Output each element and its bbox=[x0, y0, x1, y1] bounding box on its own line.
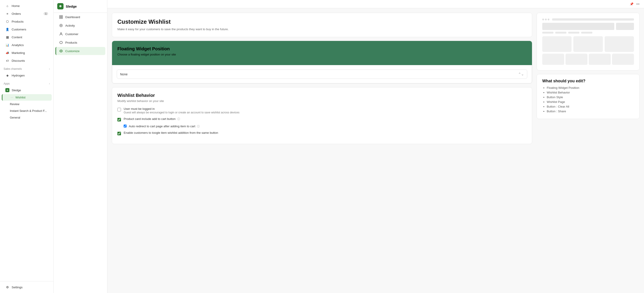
sidebar-bottom: ⚙ Settings bbox=[0, 281, 54, 293]
preview-mockup bbox=[540, 16, 636, 67]
sidebar-item-products-label: Products bbox=[12, 20, 24, 23]
edit-item-wishlist-page: Wishlist Page bbox=[547, 100, 634, 104]
sales-channels-section[interactable]: Sales channels › bbox=[0, 65, 54, 71]
pin-button[interactable]: 📌 bbox=[630, 2, 634, 6]
enable-toggle-label[interactable]: Enable customers to toogle item wishlist… bbox=[124, 131, 218, 134]
sidebar-item-hydrogen[interactable]: ◈ Hydrogen bbox=[2, 72, 52, 79]
app-sidebar-item-dashboard[interactable]: Dashboard bbox=[56, 13, 105, 21]
info-icon-2[interactable]: ⓘ bbox=[197, 125, 200, 128]
sidebar-item-marketing[interactable]: 📣 Marketing bbox=[2, 49, 52, 56]
sidebar-general-label: General bbox=[10, 116, 20, 119]
sidebar-item-content-label: Content bbox=[12, 36, 22, 39]
floating-widget-card: Floating Widget Position Choose a floati… bbox=[112, 41, 532, 84]
sidebar-nav: ⌂ Home ≡ Orders 1 ⬡ Products 👤 Customers… bbox=[0, 0, 54, 281]
app-sidebar-item-activity[interactable]: Activity bbox=[56, 22, 105, 30]
app-sidebar-item-customer[interactable]: Customer bbox=[56, 30, 105, 38]
auto-redirect-checkbox[interactable] bbox=[124, 124, 126, 128]
products-icon: ⬡ bbox=[5, 20, 10, 24]
edit-item-share: Button : Share bbox=[547, 110, 634, 113]
svg-rect-1 bbox=[61, 16, 62, 17]
home-icon: ⌂ bbox=[5, 4, 10, 8]
info-icon-1[interactable]: ⓘ bbox=[177, 118, 180, 120]
user-login-label-text: User must be logged in bbox=[124, 107, 240, 110]
what-to-edit-list: Floating Widget Position Wishlist Behavi… bbox=[542, 86, 634, 113]
customers-icon: 👤 bbox=[5, 27, 10, 31]
dashboard-icon bbox=[59, 15, 63, 19]
app-sidebar-item-customize[interactable]: Customize bbox=[56, 47, 105, 55]
sidebar-item-sledge-app[interactable]: ❄ Sledge bbox=[2, 86, 52, 94]
checkbox-user-login-row: User must be logged in Guest will always… bbox=[118, 107, 526, 114]
sidebar-item-home[interactable]: ⌂ Home bbox=[2, 2, 52, 10]
behavior-card-content: Wishlist Behavior Modify wishlist behavi… bbox=[112, 88, 532, 144]
sidebar-item-orders[interactable]: ≡ Orders 1 bbox=[2, 10, 52, 18]
orders-badge: 1 bbox=[44, 12, 48, 15]
sidebar-review-label: Review bbox=[10, 102, 20, 106]
user-login-label[interactable]: User must be logged in Guest will always… bbox=[124, 107, 240, 114]
sidebar-item-customers[interactable]: 👤 Customers bbox=[2, 26, 52, 33]
main-body: Customize Wishlist Make it easy for your… bbox=[107, 8, 644, 148]
hydrogen-icon: ◈ bbox=[5, 73, 10, 78]
product-cart-label[interactable]: Product card include add to cart button … bbox=[124, 117, 180, 121]
wishlist-behavior-card: Wishlist Behavior Modify wishlist behavi… bbox=[112, 87, 532, 144]
what-to-edit-title: What should you edit? bbox=[542, 79, 634, 84]
what-to-edit-card: What should you edit? Floating Widget Po… bbox=[537, 74, 640, 119]
auto-redirect-label[interactable]: Auto redirect to cart page after adding … bbox=[129, 124, 200, 128]
header-right: 📌 ••• bbox=[630, 2, 640, 6]
app-sidebar-item-products[interactable]: Products bbox=[56, 38, 105, 46]
edit-item-clear-all: Button : Clear All bbox=[547, 105, 634, 108]
svg-point-4 bbox=[60, 24, 62, 27]
app-name-label: Sledge bbox=[66, 4, 77, 8]
hero-desc: Make it easy for your customers to save … bbox=[118, 27, 526, 32]
edit-item-floating: Floating Widget Position bbox=[547, 86, 634, 90]
sidebar-wishlist-label: Wishlist bbox=[16, 96, 26, 99]
sidebar-item-products[interactable]: ⬡ Products bbox=[2, 18, 52, 25]
sidebar-item-instant-search[interactable]: Instant Search & Product F... bbox=[2, 108, 52, 114]
sidebar-item-home-label: Home bbox=[12, 4, 20, 8]
edit-item-button-style: Button Style bbox=[547, 96, 634, 99]
right-column: What should you edit? Floating Widget Po… bbox=[537, 13, 640, 144]
activity-label: Activity bbox=[65, 24, 75, 27]
sidebar-sledge-label: Sledge bbox=[12, 88, 21, 92]
customize-label: Customize bbox=[65, 50, 80, 53]
sub-checkbox-auto-redirect-row: Auto redirect to cart page after adding … bbox=[124, 124, 526, 128]
user-login-checkbox[interactable] bbox=[118, 108, 121, 112]
checkbox-toggle-row: Enable customers to toogle item wishlist… bbox=[118, 131, 526, 135]
orders-icon: ≡ bbox=[5, 12, 10, 16]
edit-item-behavior: Wishlist Behavior bbox=[547, 91, 634, 94]
floating-position-select-wrapper[interactable]: None Bottom Left Bottom Right Top Left T… bbox=[117, 70, 527, 79]
customize-icon bbox=[59, 49, 63, 53]
floating-position-select[interactable]: None Bottom Left Bottom Right Top Left T… bbox=[120, 72, 518, 76]
discounts-icon: 🏷 bbox=[5, 58, 10, 63]
more-button[interactable]: ••• bbox=[636, 2, 640, 6]
sidebar-item-review[interactable]: Review bbox=[2, 101, 52, 107]
sidebar-item-analytics[interactable]: 📊 Analytics bbox=[2, 41, 52, 49]
settings-icon: ⚙ bbox=[5, 285, 10, 289]
apps-section[interactable]: Apps › bbox=[0, 80, 54, 86]
sidebar-item-wishlist[interactable]: Wishlist bbox=[2, 94, 52, 101]
product-cart-checkbox[interactable] bbox=[118, 118, 121, 122]
sidebar-item-discounts[interactable]: 🏷 Discounts bbox=[2, 57, 52, 64]
marketing-icon: 📣 bbox=[5, 51, 10, 55]
sidebar-item-general[interactable]: General bbox=[2, 114, 52, 121]
sales-channels-chevron: › bbox=[49, 67, 50, 70]
hero-title: Customize Wishlist bbox=[118, 18, 526, 25]
sledge-logo-icon: ❄ bbox=[57, 3, 64, 10]
svg-rect-0 bbox=[60, 16, 61, 17]
sidebar-item-settings[interactable]: ⚙ Settings bbox=[2, 284, 52, 291]
enable-toggle-label-text: Enable customers to toogle item wishlist… bbox=[124, 131, 218, 134]
svg-point-6 bbox=[60, 33, 62, 34]
enable-toggle-checkbox[interactable] bbox=[118, 132, 121, 135]
svg-rect-2 bbox=[60, 17, 61, 18]
apps-chevron: › bbox=[49, 82, 50, 85]
user-login-desc: Guest will always be encouraged to login… bbox=[124, 111, 240, 114]
customer-icon bbox=[59, 32, 63, 36]
content-icon: ▦ bbox=[5, 35, 10, 39]
app-sidebar: ❄ Sledge Dashboard Activity Customer Pro… bbox=[54, 0, 107, 293]
sledge-app-icon: ❄ bbox=[5, 88, 10, 92]
preview-card bbox=[537, 13, 640, 70]
analytics-icon: 📊 bbox=[5, 43, 10, 47]
checkbox-product-cart-row: Product card include add to cart button … bbox=[118, 117, 526, 122]
product-cart-label-text: Product card include add to cart button … bbox=[124, 117, 180, 121]
sidebar-item-content[interactable]: ▦ Content bbox=[2, 33, 52, 41]
svg-marker-8 bbox=[60, 50, 62, 52]
